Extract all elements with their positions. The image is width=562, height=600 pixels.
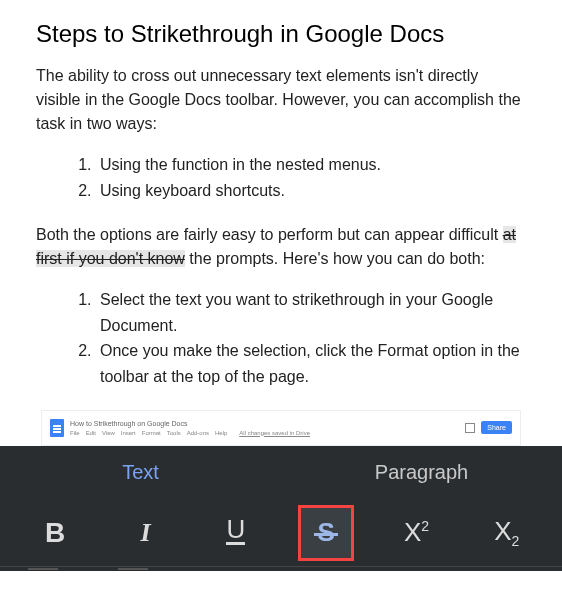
subscript-button[interactable]: X2 [479, 505, 535, 561]
ways-item: Using keyboard shortcuts. [96, 178, 526, 204]
doc-menu-bar: File Edit View Insert Format Tools Add-o… [70, 429, 314, 436]
italic-icon: I [140, 518, 150, 548]
doc-menu-item: Help [215, 430, 227, 436]
bold-button[interactable]: B [27, 505, 83, 561]
doc-title: How to Strikethrough on Google Docs [70, 420, 314, 427]
ways-item: Using the function in the nested menus. [96, 152, 526, 178]
explain-text-after: the prompts. Here's how you can do both: [185, 250, 485, 267]
tab-paragraph[interactable]: Paragraph [281, 446, 562, 500]
doc-menu-item: Insert [121, 430, 136, 436]
superscript-icon: X2 [404, 517, 429, 548]
doc-menu-item: View [102, 430, 115, 436]
subscript-icon: X2 [494, 516, 519, 549]
strikethrough-icon: S [317, 517, 334, 548]
docs-logo-icon [50, 419, 64, 437]
doc-menu-item: File [70, 430, 80, 436]
strikethrough-button[interactable]: S [298, 505, 354, 561]
format-tabs: Text Paragraph [0, 446, 562, 500]
superscript-button[interactable]: X2 [388, 505, 444, 561]
explain-text-before: Both the options are fairly easy to perf… [36, 226, 503, 243]
bold-icon: B [45, 517, 65, 549]
underline-button[interactable]: U [208, 505, 264, 561]
doc-menu-item: Add-ons [187, 430, 209, 436]
present-icon [465, 423, 475, 433]
tab-text[interactable]: Text [0, 446, 281, 500]
underline-icon: U [226, 520, 245, 544]
steps-list: Select the text you want to strikethroug… [76, 287, 526, 389]
steps-item: Once you make the selection, click the F… [96, 338, 526, 389]
ways-list: Using the function in the nested menus. … [76, 152, 526, 203]
explain-paragraph: Both the options are fairly easy to perf… [36, 223, 526, 271]
doc-menu-item: Edit [86, 430, 96, 436]
article-heading: Steps to Strikethrough in Google Docs [36, 20, 526, 48]
share-button: Share [481, 421, 512, 434]
google-docs-header-screenshot: How to Strikethrough on Google Docs File… [41, 410, 521, 446]
italic-button[interactable]: I [117, 505, 173, 561]
article-content: Steps to Strikethrough in Google Docs Th… [0, 0, 562, 446]
mobile-format-toolbar: Text Paragraph B I U S X2 X2 [0, 446, 562, 571]
tab-text-label: Text [122, 461, 159, 484]
tab-paragraph-label: Paragraph [375, 461, 468, 484]
share-label: Share [487, 424, 506, 431]
doc-saved-status: All changes saved in Drive [239, 430, 310, 436]
format-buttons-row: B I U S X2 X2 [0, 500, 562, 566]
doc-menu-item: Tools [167, 430, 181, 436]
toolbar-bottom-indicators [0, 566, 562, 571]
intro-paragraph: The ability to cross out unnecessary tex… [36, 64, 526, 136]
steps-item: Select the text you want to strikethroug… [96, 287, 526, 338]
doc-menu-item: Format [142, 430, 161, 436]
